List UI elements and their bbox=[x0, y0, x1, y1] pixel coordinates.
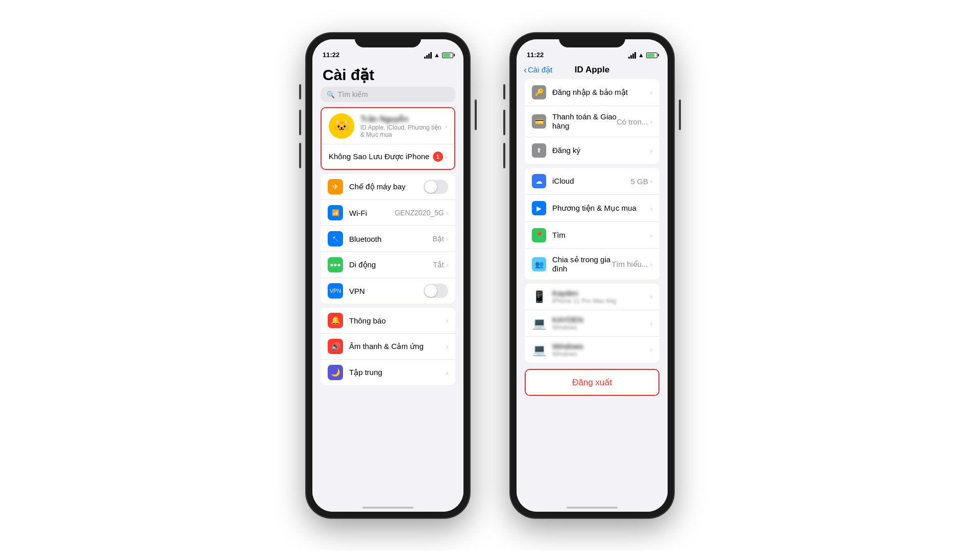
device-1-model: iPhone 11 Pro Max 64g bbox=[552, 297, 650, 305]
focus-row[interactable]: 🌙 Tập trung › bbox=[321, 360, 455, 385]
vpn-toggle[interactable] bbox=[424, 284, 448, 298]
backup-badge: 1 bbox=[433, 152, 443, 162]
device-row-2[interactable]: 💻 KAYDEN Windows › bbox=[525, 310, 659, 337]
family-right: Tìm hiểu... › bbox=[611, 260, 652, 269]
battery-icon-left bbox=[442, 53, 453, 58]
status-icons-left: ▲ bbox=[424, 52, 453, 59]
devices-group: 📱 Kayden iPhone 11 Pro Max 64g › 💻 KAYDE… bbox=[525, 284, 659, 363]
chevron-icon: › bbox=[445, 122, 447, 130]
bluetooth-row[interactable]: ⭦ Bluetooth Bật › bbox=[321, 226, 455, 252]
battery-icon-right bbox=[646, 53, 657, 58]
cellular-chevron: › bbox=[446, 261, 448, 269]
logout-button[interactable]: Đăng xuất bbox=[526, 370, 658, 395]
sound-label: Âm thanh & Cảm ứng bbox=[349, 342, 446, 351]
family-row[interactable]: 👥 Chia sẻ trong gia đình Tìm hiểu... › bbox=[525, 249, 659, 280]
bluetooth-icon: ⭦ bbox=[328, 231, 343, 246]
payment-chevron: › bbox=[650, 118, 652, 126]
find-row[interactable]: 📍 Tìm › bbox=[525, 222, 659, 249]
backup-content: Không Sao Lưu Được iPhone bbox=[329, 152, 433, 161]
subscribe-chevron: › bbox=[650, 147, 652, 155]
logout-label: Đăng xuất bbox=[572, 377, 612, 388]
profile-name: Trần Nguyễn bbox=[360, 114, 445, 124]
wifi-icon: ▲ bbox=[434, 52, 440, 59]
search-icon: 🔍 bbox=[327, 91, 335, 98]
icloud-chevron: › bbox=[650, 178, 652, 185]
device-row-1[interactable]: 📱 Kayden iPhone 11 Pro Max 64g › bbox=[525, 284, 659, 310]
subscribe-row[interactable]: ⬆ Đăng ký › bbox=[525, 137, 659, 164]
subscribe-label: Đăng ký bbox=[552, 146, 580, 155]
profile-subtitle: ID Apple, iCloud, Phương tiện & Mục mua bbox=[360, 124, 445, 138]
focus-icon: 🌙 bbox=[328, 365, 343, 380]
device-1-name: Kayden bbox=[552, 289, 650, 297]
airplane-toggle[interactable] bbox=[424, 180, 448, 194]
find-chevron: › bbox=[650, 232, 652, 239]
back-button[interactable]: ‹ Cài đặt bbox=[524, 65, 552, 76]
media-label: Phương tiện & Mục mua bbox=[552, 204, 636, 212]
device-1-info: Kayden iPhone 11 Pro Max 64g bbox=[552, 289, 650, 305]
icloud-right: 5 GB › bbox=[630, 177, 652, 186]
right-phone: 11:22 ▲ ‹ Cài đặ bbox=[510, 33, 674, 518]
vpn-icon: VPN bbox=[328, 283, 343, 298]
cellular-row[interactable]: ●●● Di động Tắt › bbox=[321, 252, 455, 278]
search-placeholder: Tìm kiếm bbox=[338, 90, 368, 98]
bluetooth-right: Bật › bbox=[432, 235, 448, 243]
family-icon: 👥 bbox=[532, 257, 546, 271]
focus-label: Tập trung bbox=[349, 368, 446, 377]
icloud-content: iCloud bbox=[552, 177, 630, 186]
wifi-row[interactable]: 📶 Wi-Fi GENZ2020_5G › bbox=[321, 200, 455, 226]
device-2-icon: 💻 bbox=[532, 316, 546, 331]
notifications-icon: 🔔 bbox=[328, 313, 343, 328]
bluetooth-chevron: › bbox=[446, 235, 448, 243]
profile-group[interactable]: 🐱 Trần Nguyễn ID Apple, iCloud, Phương t… bbox=[321, 107, 455, 170]
device-2-info: KAYDEN Windows bbox=[552, 315, 650, 331]
signin-security-row[interactable]: 🔑 Đăng nhập & bảo mật › bbox=[525, 79, 659, 106]
wifi-icon-right: ▲ bbox=[638, 52, 644, 59]
avatar: 🐱 bbox=[329, 113, 354, 139]
wifi-value: GENZ2020_5G bbox=[395, 209, 444, 217]
bluetooth-value: Bật bbox=[432, 235, 444, 243]
icloud-row[interactable]: ☁ iCloud 5 GB › bbox=[525, 168, 659, 195]
backup-right: 1 › bbox=[433, 152, 447, 162]
payment-label: Thanh toán & Giao hàng bbox=[552, 112, 617, 130]
wifi-row-icon: 📶 bbox=[328, 205, 343, 220]
device-2-chevron: › bbox=[650, 319, 652, 327]
profile-row[interactable]: 🐱 Trần Nguyễn ID Apple, iCloud, Phương t… bbox=[322, 108, 454, 144]
signal-icon bbox=[424, 52, 432, 59]
notch-right bbox=[559, 33, 625, 47]
nav-bar: ‹ Cài đặt ID Apple bbox=[517, 62, 668, 79]
payment-row[interactable]: 💳 Thanh toán & Giao hàng Có tron... › bbox=[525, 106, 659, 137]
vpn-label: VPN bbox=[349, 287, 424, 295]
search-bar[interactable]: 🔍 Tìm kiếm bbox=[321, 87, 455, 102]
media-chevron: › bbox=[650, 205, 652, 212]
device-3-chevron: › bbox=[650, 346, 652, 354]
status-icons-right: ▲ bbox=[628, 52, 657, 59]
device-row-3[interactable]: 💻 Windows Windows › bbox=[525, 337, 659, 363]
nav-title: ID Apple bbox=[575, 65, 609, 75]
cellular-icon: ●●● bbox=[328, 257, 343, 272]
notifications-group: 🔔 Thông báo › 🔊 Âm thanh & Cảm ứng › 🌙 T… bbox=[321, 308, 455, 385]
signal-icon-right bbox=[628, 52, 636, 59]
backup-row[interactable]: Không Sao Lưu Được iPhone 1 › bbox=[322, 144, 454, 169]
logout-group[interactable]: Đăng xuất bbox=[525, 369, 659, 396]
sound-chevron: › bbox=[446, 343, 448, 350]
device-3-name: Windows bbox=[552, 342, 650, 350]
wifi-right: GENZ2020_5G › bbox=[395, 209, 448, 217]
time-left: 11:22 bbox=[323, 51, 339, 59]
home-indicator-left bbox=[312, 497, 463, 512]
network-group: ✈ Chế độ máy bay 📶 Wi-Fi GENZ2020_5G › bbox=[321, 174, 455, 304]
airplane-row[interactable]: ✈ Chế độ máy bay bbox=[321, 174, 455, 200]
notifications-row[interactable]: 🔔 Thông báo › bbox=[321, 308, 455, 334]
signin-icon: 🔑 bbox=[532, 85, 546, 99]
home-indicator-right bbox=[517, 497, 668, 512]
vpn-row[interactable]: VPN VPN bbox=[321, 278, 455, 304]
sound-icon: 🔊 bbox=[328, 339, 343, 354]
bluetooth-label: Bluetooth bbox=[349, 235, 432, 243]
time-right: 11:22 bbox=[527, 51, 544, 59]
device-2-name: KAYDEN bbox=[552, 315, 650, 324]
cellular-right: Tắt › bbox=[433, 261, 448, 269]
sound-row[interactable]: 🔊 Âm thanh & Cảm ứng › bbox=[321, 334, 455, 360]
cellular-value: Tắt bbox=[433, 261, 444, 269]
signin-content: Đăng nhập & bảo mật bbox=[552, 88, 650, 97]
media-row[interactable]: ▶ Phương tiện & Mục mua › bbox=[525, 195, 659, 222]
payment-value: Có tron... bbox=[617, 117, 648, 126]
